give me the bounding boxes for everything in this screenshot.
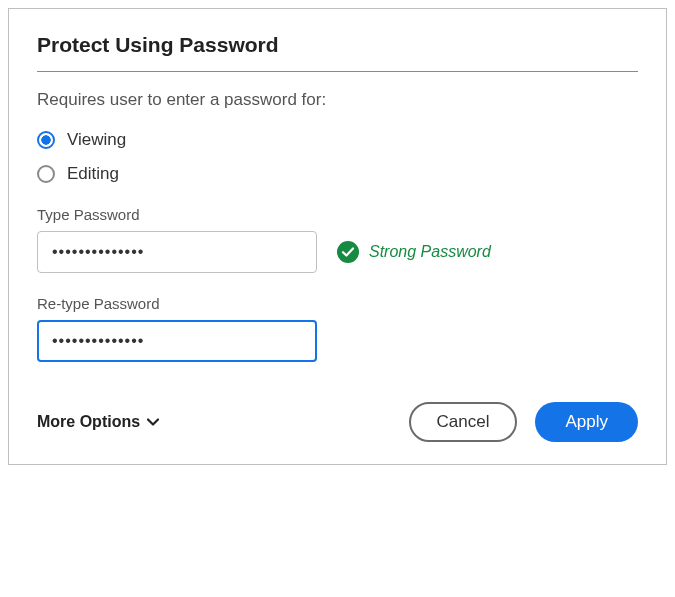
chevron-down-icon (146, 415, 160, 429)
apply-button[interactable]: Apply (535, 402, 638, 442)
cancel-button[interactable]: Cancel (409, 402, 518, 442)
retype-password-row (37, 320, 638, 362)
dialog-footer: More Options Cancel Apply (37, 402, 638, 442)
password-protect-dialog: Protect Using Password Requires user to … (8, 8, 667, 465)
retype-password-input[interactable] (37, 320, 317, 362)
radio-checked-icon (37, 131, 55, 149)
svg-point-0 (337, 241, 359, 263)
access-radio-group: Viewing Editing (37, 130, 638, 184)
password-strength: Strong Password (337, 241, 491, 263)
button-group: Cancel Apply (409, 402, 638, 442)
radio-editing[interactable]: Editing (37, 164, 638, 184)
checkmark-icon (337, 241, 359, 263)
radio-viewing-label: Viewing (67, 130, 126, 150)
type-password-input[interactable] (37, 231, 317, 273)
password-strength-text: Strong Password (369, 243, 491, 261)
dialog-subtitle: Requires user to enter a password for: (37, 90, 638, 110)
type-password-label: Type Password (37, 206, 638, 223)
dialog-title: Protect Using Password (37, 33, 638, 57)
radio-editing-label: Editing (67, 164, 119, 184)
radio-viewing[interactable]: Viewing (37, 130, 638, 150)
more-options-toggle[interactable]: More Options (37, 413, 160, 431)
divider (37, 71, 638, 72)
retype-password-label: Re-type Password (37, 295, 638, 312)
more-options-label: More Options (37, 413, 140, 431)
type-password-row: Strong Password (37, 231, 638, 273)
radio-unchecked-icon (37, 165, 55, 183)
